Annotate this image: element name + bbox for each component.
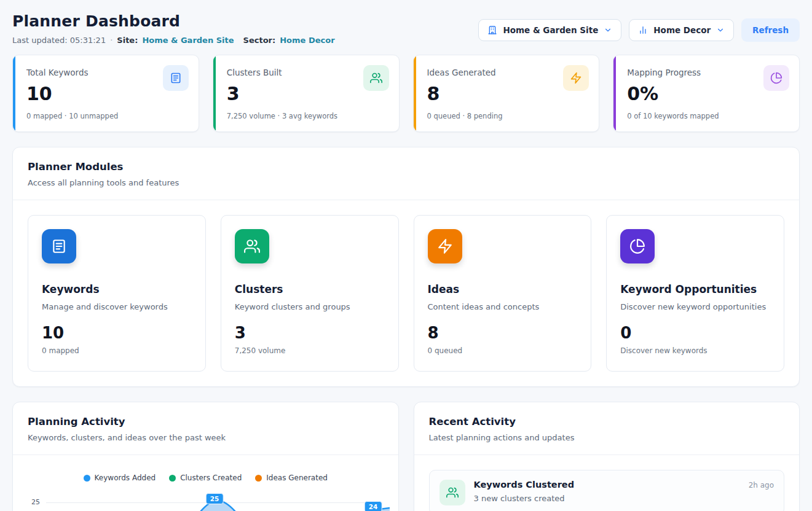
list-item-body: Keywords Clustered 3 new clusters create…: [474, 480, 740, 503]
module-card-ideas[interactable]: Ideas Content ideas and concepts 8 0 que…: [414, 215, 592, 372]
legend-item-keywords-added: Keywords Added: [84, 474, 156, 482]
planning-activity-chart: 25 25 24: [28, 491, 385, 511]
module-card-clusters[interactable]: Clusters Keyword clusters and groups 3 7…: [221, 215, 399, 372]
module-sub: Discover new keywords: [620, 346, 770, 355]
chart-legend: Keywords Added Clusters Created Ideas Ge…: [13, 455, 398, 482]
recent-activity-list: Keywords Clustered 3 new clusters create…: [414, 455, 800, 511]
module-description: Manage and discover keywords: [42, 302, 192, 311]
sector-selector[interactable]: Home Decor: [629, 19, 734, 41]
topbar-left: Planner Dashboard Last updated: 05:31:21…: [12, 12, 335, 45]
activity-title: Keywords Clustered: [474, 480, 740, 490]
document-icon: [42, 229, 76, 263]
module-card-keywords[interactable]: Keywords Manage and discover keywords 10…: [28, 215, 206, 372]
legend-dot-blue: [84, 475, 90, 482]
module-description: Keyword clusters and groups: [235, 302, 385, 311]
stat-value: 8: [427, 85, 587, 103]
module-value: 3: [235, 325, 385, 341]
section-subtitle: Keywords, clusters, and ideas over the p…: [28, 433, 384, 442]
stat-sub: 0 mapped · 10 unmapped: [26, 112, 186, 120]
stat-card-mapping-progress: Mapping Progress 0% 0 of 10 keywords map…: [613, 55, 800, 132]
section-title: Planner Modules: [28, 161, 784, 173]
recent-activity-card: Recent Activity Latest planning actions …: [414, 402, 800, 511]
site-label: Site:: [117, 36, 138, 45]
site-link[interactable]: Home & Garden Site: [142, 36, 234, 45]
stats-row: Total Keywords 10 0 mapped · 10 unmapped…: [12, 55, 800, 132]
topbar: Planner Dashboard Last updated: 05:31:21…: [12, 12, 800, 45]
stat-label: Clusters Built: [227, 68, 387, 77]
refresh-button[interactable]: Refresh: [741, 18, 800, 42]
bar-chart-icon: [638, 25, 648, 35]
stat-sub: 7,250 volume · 3 avg keywords: [227, 112, 387, 120]
list-item[interactable]: Keywords Clustered 3 new clusters create…: [429, 470, 785, 511]
module-title: Ideas: [428, 283, 578, 295]
section-subtitle: Access all planning tools and features: [28, 178, 784, 187]
activity-timestamp: 2h ago: [749, 480, 774, 490]
users-icon: [363, 65, 389, 91]
data-point-label: 24: [365, 501, 382, 511]
stat-sub: 0 of 10 keywords mapped: [627, 112, 787, 120]
planner-dashboard-page: Planner Dashboard Last updated: 05:31:21…: [0, 0, 812, 511]
stat-value: 0%: [627, 85, 787, 103]
module-sub: 0 queued: [428, 346, 578, 355]
module-title: Clusters: [235, 283, 385, 295]
stat-card-ideas-generated: Ideas Generated 8 0 queued · 8 pending: [413, 55, 600, 132]
sector-selector-value: Home Decor: [653, 25, 711, 35]
module-description: Discover new keyword opportunities: [620, 302, 770, 311]
pie-chart-icon: [620, 229, 655, 263]
legend-label: Keywords Added: [95, 474, 156, 482]
planning-activity-card: Planning Activity Keywords, clusters, an…: [12, 402, 399, 511]
section-title: Planning Activity: [28, 416, 384, 427]
module-card-keyword-opportunities[interactable]: Keyword Opportunities Discover new keywo…: [606, 215, 784, 372]
module-value: 8: [428, 325, 578, 341]
legend-item-ideas-generated: Ideas Generated: [255, 474, 328, 482]
topbar-actions: Home & Garden Site Home Decor Refresh: [478, 12, 800, 42]
stat-card-clusters-built: Clusters Built 3 7,250 volume · 3 avg ke…: [213, 55, 400, 132]
bolt-icon: [428, 229, 462, 263]
y-axis-tick: 25: [31, 498, 40, 506]
recent-activity-header: Recent Activity Latest planning actions …: [414, 402, 800, 454]
meta-separator: ·: [110, 36, 112, 45]
module-sub: 0 mapped: [42, 346, 192, 355]
module-value: 0: [620, 325, 770, 341]
page-meta: Last updated: 05:31:21 · Site: Home & Ga…: [12, 36, 335, 45]
building-icon: [487, 25, 497, 35]
bottom-row: Planning Activity Keywords, clusters, an…: [12, 402, 800, 511]
pie-chart-icon: [763, 65, 789, 91]
last-updated-text: Last updated: 05:31:21: [12, 36, 106, 45]
legend-label: Clusters Created: [180, 474, 242, 482]
module-sub: 7,250 volume: [235, 346, 385, 355]
data-point-label: 25: [206, 493, 224, 504]
site-selector[interactable]: Home & Garden Site: [478, 19, 621, 41]
bolt-icon: [563, 65, 589, 91]
chevron-down-icon: [604, 26, 612, 34]
section-title: Recent Activity: [429, 416, 785, 427]
legend-dot-orange: [255, 475, 262, 482]
planning-activity-header: Planning Activity Keywords, clusters, an…: [13, 402, 398, 454]
sector-link[interactable]: Home Decor: [280, 36, 334, 45]
planner-modules-section: Planner Modules Access all planning tool…: [12, 147, 800, 387]
module-title: Keyword Opportunities: [620, 283, 770, 295]
legend-label: Ideas Generated: [266, 474, 328, 482]
stat-value: 10: [26, 85, 186, 103]
module-title: Keywords: [42, 283, 192, 295]
site-selector-value: Home & Garden Site: [503, 25, 598, 35]
page-title: Planner Dashboard: [12, 12, 335, 30]
users-icon: [440, 480, 465, 505]
legend-item-clusters-created: Clusters Created: [169, 474, 242, 482]
document-icon: [163, 65, 189, 91]
module-value: 10: [42, 325, 192, 341]
users-icon: [235, 229, 269, 263]
section-subtitle: Latest planning actions and updates: [429, 433, 785, 442]
stat-label: Total Keywords: [26, 68, 186, 77]
stat-value: 3: [227, 85, 387, 103]
modules-grid: Keywords Manage and discover keywords 10…: [13, 200, 799, 386]
legend-dot-green: [169, 475, 176, 482]
chevron-down-icon: [716, 26, 725, 34]
sector-label: Sector:: [243, 36, 276, 45]
stat-card-total-keywords: Total Keywords 10 0 mapped · 10 unmapped: [12, 55, 199, 132]
planner-modules-header: Planner Modules Access all planning tool…: [13, 147, 799, 200]
stat-sub: 0 queued · 8 pending: [427, 112, 587, 120]
module-description: Content ideas and concepts: [428, 302, 578, 311]
activity-description: 3 new clusters created: [474, 494, 740, 503]
